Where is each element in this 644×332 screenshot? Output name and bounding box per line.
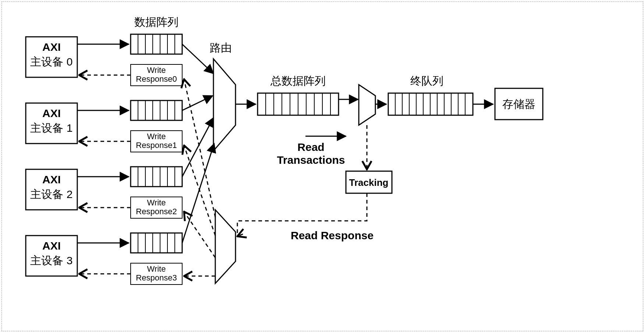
axi-master-0: AXI 主设备 0	[26, 37, 77, 77]
arrow-fifo3-mux	[182, 144, 214, 243]
axi-master-3-line1: AXI	[42, 240, 61, 252]
fifo-0	[131, 34, 182, 54]
mux-final	[359, 85, 375, 125]
svg-line-47	[346, 121, 359, 136]
label-read-l2: Transactions	[277, 154, 345, 166]
arrow-demux-wr0	[184, 79, 215, 217]
label-final-queue: 终队列	[410, 75, 443, 87]
axi-master-1-line1: AXI	[42, 107, 61, 119]
svg-line-53	[302, 118, 359, 137]
axi-master-0-line1: AXI	[42, 41, 61, 53]
wr0-l1: Write	[147, 66, 166, 75]
arrow-fifo1-mux	[182, 96, 213, 110]
axi-master-1-line2: 主设备 1	[30, 122, 72, 134]
label-data-array: 数据阵列	[134, 16, 178, 28]
write-response-3: Write Response3	[131, 263, 182, 285]
label-storage: 存储器	[502, 98, 535, 110]
write-response-2: Write Response2	[131, 197, 182, 218]
write-response-0: Write Response0	[131, 64, 182, 86]
wr3-l2: Response3	[136, 273, 177, 282]
wr2-l1: Write	[147, 198, 166, 207]
svg-line-55	[302, 120, 359, 137]
write-response-1: Write Response1	[131, 131, 182, 152]
svg-line-46	[305, 118, 359, 136]
tracking-box: Tracking	[346, 171, 392, 193]
svg-line-72	[238, 221, 276, 236]
arrow-demux-wr2	[184, 212, 215, 258]
wr1-l1: Write	[147, 132, 166, 141]
axi-master-0-line2: 主设备 0	[30, 56, 72, 68]
label-read-l1: Read	[297, 141, 324, 153]
storage-box: 存储器	[495, 88, 543, 120]
fifo-total	[258, 93, 339, 115]
wr2-l2: Response2	[136, 207, 177, 216]
wr1-l2: Response1	[136, 141, 177, 150]
axi-master-3: AXI 主设备 3	[26, 236, 77, 276]
fifo-1	[131, 100, 182, 120]
axi-master-2: AXI 主设备 2	[26, 169, 77, 210]
axi-master-2-line1: AXI	[42, 173, 61, 186]
axi-master-3-line2: 主设备 3	[30, 254, 72, 266]
mux-route	[213, 59, 236, 151]
arrow-fifo0-mux	[182, 44, 213, 74]
label-total-data-array: 总数据阵列	[270, 75, 326, 87]
fifo-final	[388, 93, 473, 115]
wr0-l2: Response0	[136, 74, 177, 84]
fifo-3	[131, 233, 182, 253]
label-route: 路由	[210, 42, 232, 54]
wr3-l1: Write	[147, 264, 166, 273]
arrow-tracking-demux-head	[237, 234, 243, 236]
label-read-response: Read Response	[291, 229, 374, 241]
label-tracking: Tracking	[349, 177, 389, 188]
demux-read-response	[215, 210, 236, 283]
fifo-2	[131, 167, 182, 187]
arrow-fifo2-mux	[182, 118, 213, 177]
axi-master-1: AXI 主设备 1	[26, 103, 77, 144]
axi-master-2-line2: 主设备 2	[30, 188, 72, 200]
